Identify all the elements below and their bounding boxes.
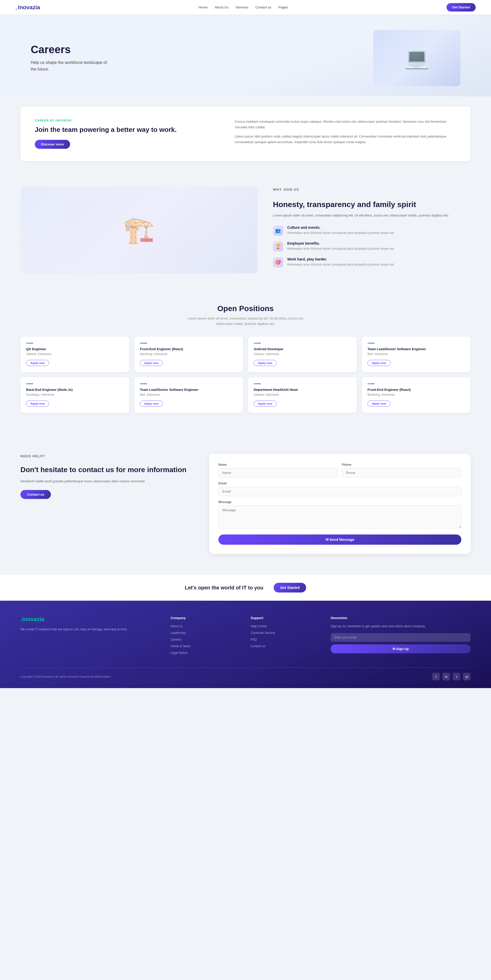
footer-logo: .inovazia — [21, 616, 160, 623]
footer-company-links: About us Leadership Careers Article & Ne… — [171, 624, 241, 655]
position-title-3: Team Lead/Senior Software Engineer — [367, 347, 465, 351]
apply-button-2[interactable]: Apply now — [253, 360, 277, 366]
footer-link-faq[interactable]: FAQ — [250, 638, 257, 641]
footer: .inovazia We create IT solutions that ar… — [0, 601, 491, 688]
phone-input[interactable] — [342, 468, 461, 477]
why-illustration: 🏗️ — [21, 186, 258, 274]
nav-services[interactable]: Services — [236, 5, 248, 9]
footer-link-leadership[interactable]: Leadership — [171, 631, 186, 635]
cta-get-started-button[interactable]: Get Started — [274, 583, 306, 592]
nav-pages[interactable]: Pages — [279, 5, 288, 9]
nav-home[interactable]: Home — [199, 5, 208, 9]
position-location-5: Bali, Indonesia — [140, 393, 238, 396]
benefit-title-culture: Culture and events. — [287, 226, 395, 229]
footer-desc: We create IT solutions that are easy to … — [21, 627, 160, 632]
discover-more-button[interactable]: Discover more — [35, 140, 70, 149]
hero-image: 💻 — [373, 30, 460, 86]
benefit-item-work: 🎯 Work hard, play harder. Himenaeos eros… — [273, 257, 470, 267]
footer-link-contact[interactable]: Contact us — [250, 644, 265, 648]
nav-get-started-button[interactable]: Get Started — [446, 3, 476, 11]
employee-icon: 🏆 — [273, 241, 283, 251]
hero-text: Careers Help us shape the workforce land… — [31, 43, 113, 72]
name-input[interactable] — [218, 468, 338, 477]
footer-link-legal[interactable]: Legal Notice — [171, 651, 188, 655]
position-title-0: QA Engineer — [26, 347, 124, 351]
footer-link-customer[interactable]: Customer Service — [250, 631, 275, 635]
contact-label: NEED HELP? — [21, 454, 194, 459]
career-label: CAREER AT INOVAZIA — [35, 119, 219, 122]
position-card-5: Team Lead/Senior Software Engineer Bali,… — [134, 377, 243, 413]
logo-dot: . — [15, 4, 18, 11]
nav-about[interactable]: About Us — [215, 5, 228, 9]
social-instagram[interactable]: in — [442, 673, 450, 681]
email-label: Email — [218, 482, 461, 485]
footer-link-about[interactable]: About us — [171, 624, 183, 628]
phone-label: Phone — [342, 463, 461, 466]
position-accent-3 — [367, 343, 375, 344]
apply-button-5[interactable]: Apply now — [140, 401, 163, 407]
footer-newsletter: Newsletter Sign up our newsletter to get… — [331, 616, 470, 657]
footer-link-careers[interactable]: Careers — [171, 638, 182, 641]
footer-newsletter-heading: Newsletter — [331, 616, 470, 620]
nav-links: Home About Us Services Contact us Pages — [199, 5, 288, 9]
social-twitter[interactable]: t — [453, 673, 460, 681]
hero-illustration: 💻 — [373, 30, 460, 86]
benefit-title-work: Work hard, play harder. — [287, 257, 395, 261]
send-message-button[interactable]: ✉ Send Message — [218, 535, 461, 545]
footer-support-links: Help Center Customer Service FAQ Contact… — [250, 624, 320, 648]
newsletter-signup-button[interactable]: ✉ Sign Up — [331, 644, 470, 653]
position-accent-1 — [140, 343, 147, 344]
footer-company-heading: Company — [171, 616, 241, 620]
career-body1: Cursus habitant consequat commodo luctus… — [235, 119, 456, 130]
hero-section: Careers Help us shape the workforce land… — [0, 14, 491, 96]
footer-top: .inovazia We create IT solutions that ar… — [21, 616, 470, 657]
name-label: Name — [218, 463, 338, 466]
position-location-6: Jakarta, Indonesia — [253, 393, 351, 396]
footer-bottom: Copyright © 2023 Inovazia. All rights re… — [21, 667, 470, 681]
social-icons: f in t yt — [432, 673, 470, 681]
logo[interactable]: . inovazia — [15, 4, 40, 11]
why-intro: Lorem ipsum dolor sit amet, consectetur … — [273, 213, 470, 218]
why-section: 🏗️ WHY JOIN US Honesty, transparency and… — [0, 171, 491, 289]
nav-contact[interactable]: Contact us — [255, 5, 271, 9]
positions-heading: Open Positions — [21, 304, 470, 313]
position-card-0: QA Engineer Jakarta, Indonesia Apply now — [21, 337, 129, 372]
email-input[interactable] — [218, 487, 461, 496]
footer-link-help[interactable]: Help Center — [250, 624, 267, 628]
benefit-desc-employee: Himenaeos eros dictumst donec consequat … — [287, 247, 395, 251]
position-location-7: Bandung, Indonesia — [367, 393, 465, 396]
footer-support: Support Help Center Customer Service FAQ… — [250, 616, 320, 657]
social-youtube[interactable]: yt — [463, 673, 470, 681]
position-card-4: Back-End Engineer (Node.Js) Surabaya, In… — [21, 377, 129, 413]
position-card-2: Android Developer Jakarta, Indonesia App… — [248, 337, 357, 372]
position-accent-2 — [253, 343, 261, 344]
position-title-2: Android Developer — [253, 347, 351, 351]
why-content: WHY JOIN US Honesty, transparency and fa… — [273, 187, 470, 273]
apply-button-6[interactable]: Apply now — [253, 401, 277, 407]
benefit-text-employee: Employee benefits. Himenaeos eros dictum… — [287, 241, 395, 251]
hero-title: Careers — [31, 43, 113, 56]
position-title-5: Team Lead/Senior Software Engineer — [140, 388, 238, 391]
apply-button-1[interactable]: Apply now — [140, 360, 163, 366]
career-section: CAREER AT INOVAZIA Join the team powerin… — [21, 107, 470, 161]
footer-link-articles[interactable]: Article & News — [171, 644, 191, 648]
apply-button-0[interactable]: Apply now — [26, 360, 49, 366]
benefit-desc-work: Himenaeos eros dictumst donec consequat … — [287, 262, 395, 267]
navbar: . inovazia Home About Us Services Contac… — [0, 0, 491, 14]
why-label: WHY JOIN US — [273, 187, 470, 192]
position-accent-5 — [140, 383, 147, 384]
form-group-message: Message — [218, 500, 461, 528]
apply-button-4[interactable]: Apply now — [26, 401, 49, 407]
message-input[interactable] — [218, 505, 461, 528]
apply-button-7[interactable]: Apply now — [367, 401, 391, 407]
newsletter-email-input[interactable] — [331, 633, 470, 642]
position-card-6: Department Head/Unit Head Jakarta, Indon… — [248, 377, 357, 413]
apply-button-3[interactable]: Apply now — [367, 360, 391, 366]
contact-us-button[interactable]: Contact us — [21, 490, 51, 499]
benefit-text-culture: Culture and events. Himenaeos eros dictu… — [287, 226, 395, 235]
message-label: Message — [218, 500, 461, 504]
position-title-7: Front-End Engineer (React) — [367, 388, 465, 391]
social-facebook[interactable]: f — [432, 673, 440, 681]
position-card-3: Team Lead/Senior Software Engineer Bali,… — [362, 337, 470, 372]
footer-support-heading: Support — [250, 616, 320, 620]
